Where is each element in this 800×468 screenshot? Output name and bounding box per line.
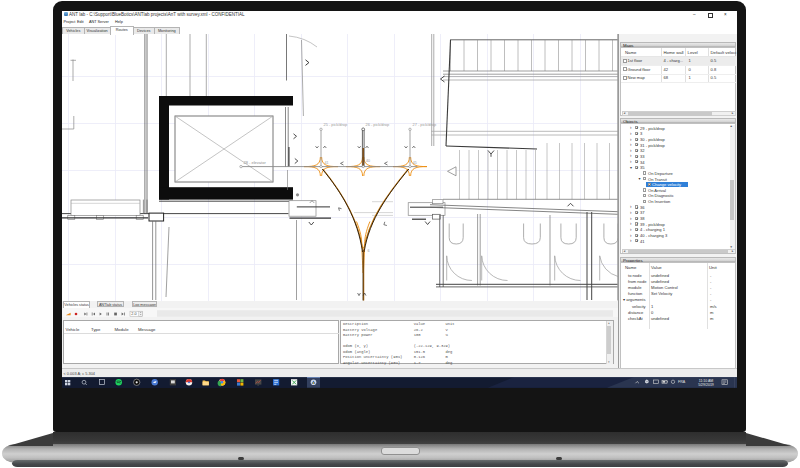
- svg-text:28 - elevator: 28 - elevator: [244, 160, 267, 165]
- svg-text:5/29/2019: 5/29/2019: [698, 383, 714, 387]
- svg-text:FRA: FRA: [678, 381, 686, 385]
- svg-text:45: 45: [413, 161, 417, 165]
- svg-text:27 - pick/drop: 27 - pick/drop: [413, 122, 437, 127]
- svg-text:25 - pick/drop: 25 - pick/drop: [324, 122, 348, 127]
- svg-text:26 - pick/drop: 26 - pick/drop: [366, 122, 390, 127]
- svg-text:6: 6: [368, 249, 370, 253]
- svg-text:40: 40: [366, 159, 370, 163]
- svg-text:41: 41: [325, 161, 329, 165]
- svg-text:2.0: 2.0: [131, 312, 136, 316]
